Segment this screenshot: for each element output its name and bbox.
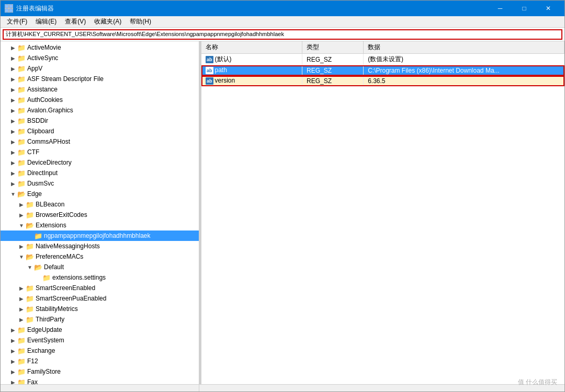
menu-file[interactable]: 文件(F) bbox=[3, 16, 31, 27]
expand-icon[interactable]: ▶ bbox=[17, 244, 26, 249]
expand-icon[interactable]: ▶ bbox=[9, 338, 17, 343]
tree-item-familystore[interactable]: ▶ 📁 FamilyStore bbox=[1, 366, 199, 377]
tree-item-activemovie[interactable]: ▶ 📁 ActiveMovie bbox=[1, 42, 199, 53]
reg-name: abversion bbox=[201, 76, 302, 86]
tree-item-authcookies[interactable]: ▶ 📁 AuthCookies bbox=[1, 95, 199, 105]
tree-item-clipboard[interactable]: ▶ 📁 Clipboard bbox=[1, 126, 199, 136]
expand-icon[interactable]: ▶ bbox=[9, 76, 17, 82]
tree-label: Edge bbox=[27, 190, 42, 198]
expand-icon[interactable]: ▶ bbox=[9, 348, 17, 354]
tree-item-edgeupdate[interactable]: ▶ 📁 EdgeUpdate bbox=[1, 325, 199, 335]
folder-icon: 📁 bbox=[26, 316, 34, 324]
tree-item-asf[interactable]: ▶ 📁 ASF Stream Descriptor File bbox=[1, 74, 199, 84]
expand-icon[interactable]: ▶ bbox=[9, 108, 17, 113]
folder-icon: 📁 bbox=[26, 211, 34, 219]
table-row[interactable]: ab(默认)REG_SZ(数值未设置) bbox=[201, 54, 564, 65]
expand-icon[interactable]: ▼ bbox=[17, 254, 26, 260]
address-input[interactable] bbox=[3, 29, 562, 40]
expand-icon[interactable]: ▶ bbox=[9, 379, 17, 385]
expand-icon[interactable]: ▶ bbox=[17, 285, 26, 291]
tree-item-bsddir[interactable]: ▶ 📁 BSDDir bbox=[1, 116, 199, 126]
tree-item-exchange[interactable]: ▶ 📁 Exchange bbox=[1, 345, 199, 356]
tree-item-ctf[interactable]: ▶ 📁 CTF bbox=[1, 147, 199, 157]
folder-icon: 📁 bbox=[17, 169, 26, 177]
tree-label: CommsAPHost bbox=[27, 138, 70, 145]
tree-item-blbeacon[interactable]: ▶ 📁 BLBeacon bbox=[1, 199, 199, 210]
expand-icon[interactable]: ▶ bbox=[9, 160, 17, 166]
folder-icon: 📁 bbox=[17, 65, 26, 73]
tree-item-ngpamp[interactable]: 📁 ngpampappnmepgilojfohadhhmbhlaek bbox=[1, 230, 199, 241]
expand-icon[interactable]: ▶ bbox=[9, 97, 17, 103]
expand-icon[interactable]: ▶ bbox=[9, 327, 17, 333]
tree-label: ActiveSync bbox=[27, 54, 58, 62]
table-row[interactable]: abpathREG_SZC:\Program Files (x86)\Inter… bbox=[201, 65, 564, 76]
maximize-button[interactable]: □ bbox=[512, 1, 536, 16]
tree-item-commsaphost[interactable]: ▶ 📁 CommsAPHost bbox=[1, 136, 199, 147]
expand-icon[interactable]: ▶ bbox=[9, 181, 17, 187]
tree-label: BLBeacon bbox=[36, 201, 64, 208]
tree-item-f12[interactable]: ▶ 📁 F12 bbox=[1, 356, 199, 366]
tree-label: Assistance bbox=[27, 86, 58, 93]
minimize-button[interactable]: ─ bbox=[488, 1, 512, 16]
tree-item-eventsystem[interactable]: ▶ 📁 EventSystem bbox=[1, 335, 199, 345]
expand-icon[interactable]: ▼ bbox=[26, 264, 34, 270]
reg-name: ab(默认) bbox=[201, 54, 302, 65]
tree-panel[interactable]: ▶ 📁 ActiveMovie ▶ 📁 ActiveSync ▶ 📁 AppV … bbox=[1, 41, 199, 384]
menu-favorites[interactable]: 收藏夹(A) bbox=[90, 16, 126, 27]
tree-item-nativemessaging[interactable]: ▶ 📁 NativeMessagingHosts bbox=[1, 241, 199, 251]
tree-item-devicedirectory[interactable]: ▶ 📁 DeviceDirectory bbox=[1, 157, 199, 168]
tree-item-fax[interactable]: ▶ 📁 Fax bbox=[1, 377, 199, 384]
expand-icon[interactable]: ▼ bbox=[9, 191, 17, 197]
close-button[interactable]: ✕ bbox=[536, 1, 560, 16]
tree-item-extensions[interactable]: ▼ 📂 Extensions bbox=[1, 220, 199, 230]
expand-icon[interactable]: ▶ bbox=[17, 296, 26, 302]
horizontal-scrollbar[interactable] bbox=[1, 384, 564, 391]
expand-icon[interactable]: ▶ bbox=[9, 45, 17, 51]
menu-edit[interactable]: 编辑(E) bbox=[31, 16, 61, 27]
tree-item-extensions-settings[interactable]: 📁 extensions.settings bbox=[1, 272, 199, 283]
tree-item-avalon[interactable]: ▶ 📁 Avalon.Graphics bbox=[1, 105, 199, 116]
tree-label: ASF Stream Descriptor File bbox=[27, 75, 104, 83]
table-row[interactable]: abversionREG_SZ6.36.5 bbox=[201, 76, 564, 86]
expand-icon[interactable]: ▶ bbox=[9, 87, 17, 93]
menu-help[interactable]: 帮助(H) bbox=[126, 16, 155, 27]
expand-icon[interactable]: ▶ bbox=[17, 212, 26, 218]
tree-item-thirdparty[interactable]: ▶ 📁 ThirdParty bbox=[1, 314, 199, 325]
expand-icon[interactable]: ▶ bbox=[9, 359, 17, 364]
tree-item-edge[interactable]: ▼ 📂 Edge bbox=[1, 189, 199, 199]
tree-item-smartscreenenabled[interactable]: ▶ 📁 SmartScreenEnabled bbox=[1, 283, 199, 293]
svg-rect-3 bbox=[9, 9, 13, 12]
expand-icon[interactable]: ▶ bbox=[17, 306, 26, 312]
tree-item-activesync[interactable]: ▶ 📁 ActiveSync bbox=[1, 53, 199, 63]
tree-item-directinput[interactable]: ▶ 📁 DirectInput bbox=[1, 168, 199, 178]
tree-label: AuthCookies bbox=[27, 96, 63, 103]
folder-icon: 📁 bbox=[17, 107, 26, 114]
expand-icon[interactable]: ▶ bbox=[9, 66, 17, 72]
expand-icon[interactable]: ▶ bbox=[17, 317, 26, 322]
tree-item-appv[interactable]: ▶ 📁 AppV bbox=[1, 63, 199, 74]
folder-icon: 📁 bbox=[42, 274, 51, 282]
expand-icon[interactable]: ▶ bbox=[9, 129, 17, 134]
tree-item-browserexitcodes[interactable]: ▶ 📁 BrowserExitCodes bbox=[1, 210, 199, 220]
expand-icon[interactable]: ▶ bbox=[9, 170, 17, 176]
tree-item-default[interactable]: ▼ 📂 Default bbox=[1, 262, 199, 272]
expand-icon[interactable]: ▶ bbox=[9, 55, 17, 61]
tree-item-stabilitymetrics[interactable]: ▶ 📁 StabilityMetrics bbox=[1, 304, 199, 314]
tree-item-smartscreenpua[interactable]: ▶ 📁 SmartScreenPuaEnabled bbox=[1, 293, 199, 304]
tree-item-preferencemacs[interactable]: ▼ 📂 PreferenceMACs bbox=[1, 251, 199, 262]
expand-icon[interactable]: ▶ bbox=[17, 202, 26, 207]
folder-icon: 📁 bbox=[17, 54, 26, 62]
tree-item-dusmsvc[interactable]: ▶ 📁 DusmSvc bbox=[1, 178, 199, 189]
reg-type: REG_SZ bbox=[302, 76, 363, 86]
reg-data: (数值未设置) bbox=[364, 54, 564, 65]
expand-icon[interactable]: ▶ bbox=[9, 369, 17, 375]
expand-icon[interactable]: ▶ bbox=[9, 139, 17, 145]
expand-icon[interactable]: ▶ bbox=[9, 118, 17, 124]
col-data: 数据 bbox=[364, 41, 564, 54]
expand-icon[interactable]: ▶ bbox=[9, 149, 17, 155]
tree-item-assistance[interactable]: ▶ 📁 Assistance bbox=[1, 84, 199, 95]
folder-icon: 📁 bbox=[17, 96, 26, 104]
tree-label: Exchange bbox=[27, 347, 55, 354]
expand-icon[interactable]: ▼ bbox=[17, 223, 26, 228]
menu-view[interactable]: 查看(V) bbox=[61, 16, 90, 27]
